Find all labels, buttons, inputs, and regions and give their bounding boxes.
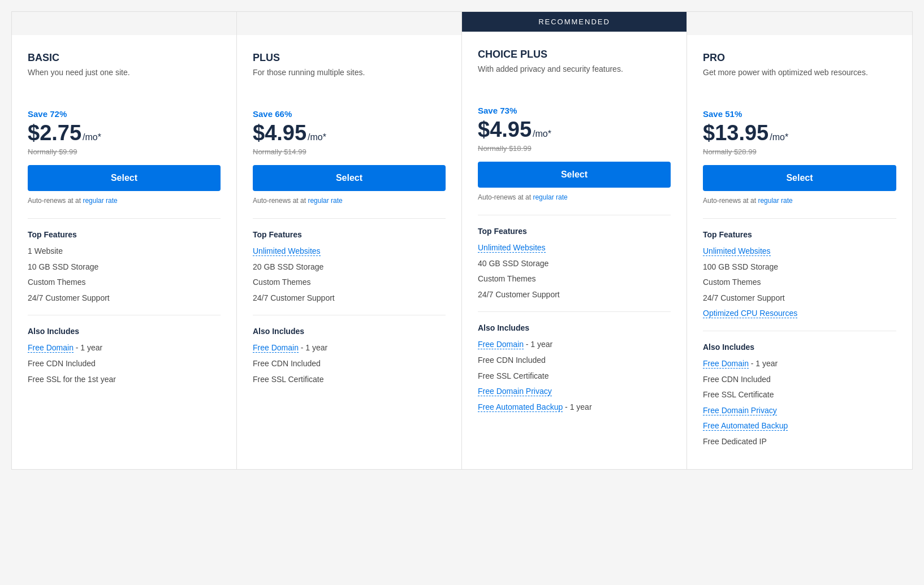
save-badge: Save 51% <box>703 109 896 119</box>
plan-content: PLUS For those running multiple sites. S… <box>237 35 461 469</box>
also-includes-title: Also Includes <box>28 327 221 336</box>
top-feature-item: Optimized CPU Resources <box>703 308 896 319</box>
plan-col-pro: PRO Get more power with optimized web re… <box>687 12 912 469</box>
also-feature-link[interactable]: Free Domain <box>253 343 299 353</box>
header-spacer <box>687 12 912 35</box>
regular-rate-link[interactable]: regular rate <box>533 193 567 201</box>
page-wrapper: BASIC When you need just one site. Save … <box>0 0 924 481</box>
price-row: $13.95 /mo* <box>703 121 896 145</box>
plan-col-basic: BASIC When you need just one site. Save … <box>12 12 237 469</box>
save-badge: Save 72% <box>28 109 221 119</box>
also-feature-item: Free CDN Included <box>28 358 221 370</box>
also-feature-item: Free Domain - 1 year <box>253 343 446 354</box>
plan-tagline: When you need just one site. <box>28 67 221 96</box>
also-feature-item: Free Domain - 1 year <box>703 358 896 370</box>
select-button[interactable]: Select <box>28 165 221 191</box>
header-spacer <box>237 12 461 35</box>
also-feature-link[interactable]: Free Automated Backup <box>703 421 788 431</box>
divider-2 <box>478 311 671 312</box>
also-feature-item: Free Domain - 1 year <box>28 343 221 354</box>
divider-2 <box>703 331 896 331</box>
also-feature-link[interactable]: Free Domain Privacy <box>703 406 777 415</box>
price-amount: $4.95 <box>478 118 532 142</box>
top-feature-item: 24/7 Customer Support <box>478 289 671 301</box>
select-button[interactable]: Select <box>478 162 671 188</box>
top-feature-item: 24/7 Customer Support <box>28 293 221 304</box>
top-feature-item: 20 GB SSD Storage <box>253 262 446 273</box>
top-features-title: Top Features <box>703 230 896 239</box>
top-feature-item: 40 GB SSD Storage <box>478 258 671 270</box>
plan-name: BASIC <box>28 52 221 64</box>
divider-2 <box>28 315 221 315</box>
also-feature-item: Free CDN Included <box>703 374 896 385</box>
also-includes-title: Also Includes <box>478 323 671 332</box>
plan-content: CHOICE PLUS With added privacy and secur… <box>462 32 686 469</box>
also-feature-item: Free Dedicated IP <box>703 436 896 448</box>
save-badge: Save 66% <box>253 109 446 119</box>
top-feature-item: 100 GB SSD Storage <box>703 262 896 273</box>
plan-col-plus: PLUS For those running multiple sites. S… <box>237 12 462 469</box>
also-feature-item: Free Domain - 1 year <box>478 339 671 350</box>
plan-name: PLUS <box>253 52 446 64</box>
top-feature-item: 24/7 Customer Support <box>253 293 446 304</box>
divider <box>478 215 671 215</box>
price-row: $2.75 /mo* <box>28 121 221 145</box>
also-feature-item: Free CDN Included <box>478 355 671 366</box>
plan-col-choice-plus: RECOMMENDED CHOICE PLUS With added priva… <box>462 12 687 469</box>
divider-2 <box>253 315 446 315</box>
plans-grid: BASIC When you need just one site. Save … <box>11 11 913 470</box>
regular-rate-link[interactable]: regular rate <box>308 197 342 205</box>
price-normal: Normally $14.99 <box>253 148 446 156</box>
also-includes-title: Also Includes <box>703 343 896 352</box>
also-feature-link[interactable]: Free Automated Backup <box>478 402 563 412</box>
top-feature-item: 24/7 Customer Support <box>703 293 896 304</box>
plan-name: PRO <box>703 52 896 64</box>
feature-link[interactable]: Unlimited Websites <box>253 246 321 256</box>
top-features-title: Top Features <box>28 230 221 239</box>
top-feature-item: Unlimited Websites <box>253 246 446 257</box>
top-features-title: Top Features <box>478 227 671 236</box>
also-feature-link[interactable]: Free Domain <box>28 343 74 353</box>
recommended-badge: RECOMMENDED <box>462 12 686 32</box>
plan-name: CHOICE PLUS <box>478 49 671 60</box>
price-row: $4.95 /mo* <box>253 121 446 145</box>
price-amount: $13.95 <box>703 121 768 145</box>
divider <box>253 218 446 219</box>
also-feature-item: Free Domain Privacy <box>478 386 671 397</box>
price-period: /mo* <box>308 132 326 142</box>
price-amount: $4.95 <box>253 121 306 145</box>
feature-link[interactable]: Optimized CPU Resources <box>703 309 797 318</box>
plan-content: BASIC When you need just one site. Save … <box>12 35 236 469</box>
also-feature-item: Free SSL Certificate <box>703 389 896 401</box>
plan-content: PRO Get more power with optimized web re… <box>687 35 912 469</box>
top-feature-item: Custom Themes <box>703 277 896 288</box>
price-period: /mo* <box>770 132 788 142</box>
also-feature-link[interactable]: Free Domain <box>478 340 524 349</box>
price-period: /mo* <box>83 132 101 142</box>
header-spacer <box>12 12 236 35</box>
regular-rate-link[interactable]: regular rate <box>83 197 117 205</box>
select-button[interactable]: Select <box>253 165 446 191</box>
also-feature-item: Free Automated Backup <box>703 421 896 432</box>
also-includes-title: Also Includes <box>253 327 446 336</box>
top-feature-item: Custom Themes <box>478 274 671 285</box>
price-normal: Normally $28.99 <box>703 148 896 156</box>
also-feature-item: Free SSL Certificate <box>478 371 671 382</box>
top-feature-item: Unlimited Websites <box>703 246 896 257</box>
regular-rate-link[interactable]: regular rate <box>758 197 792 205</box>
select-button[interactable]: Select <box>703 165 896 191</box>
divider <box>28 218 221 219</box>
price-normal: Normally $9.99 <box>28 148 221 156</box>
plan-tagline: For those running multiple sites. <box>253 67 446 96</box>
feature-link[interactable]: Unlimited Websites <box>703 246 771 256</box>
plan-tagline: Get more power with optimized web resour… <box>703 67 896 96</box>
also-feature-link[interactable]: Free Domain Privacy <box>478 387 552 396</box>
auto-renew-text: Auto-renews at at regular rate <box>28 197 221 205</box>
top-feature-item: 10 GB SSD Storage <box>28 262 221 273</box>
also-feature-link[interactable]: Free Domain <box>703 359 749 369</box>
also-feature-item: Free Automated Backup - 1 year <box>478 402 671 413</box>
feature-link[interactable]: Unlimited Websites <box>478 243 546 253</box>
also-feature-item: Free SSL Certificate <box>253 374 446 385</box>
auto-renew-text: Auto-renews at at regular rate <box>478 193 671 201</box>
auto-renew-text: Auto-renews at at regular rate <box>253 197 446 205</box>
